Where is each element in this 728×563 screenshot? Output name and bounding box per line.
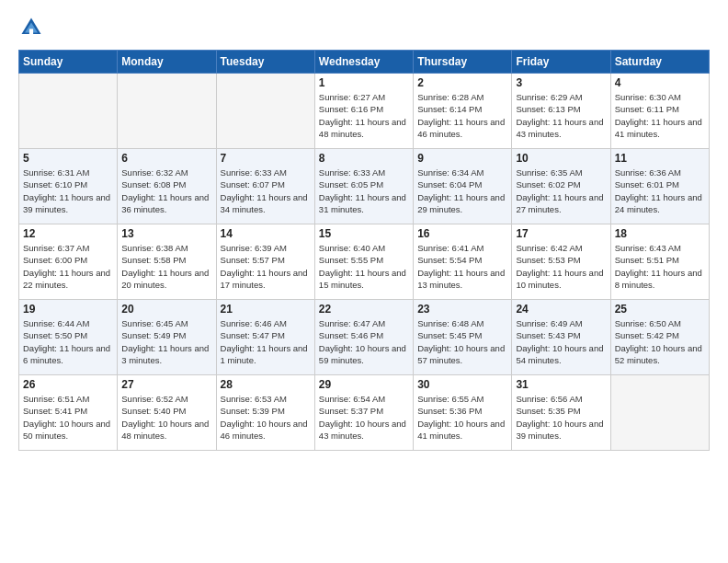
cell-info: Sunrise: 6:33 AM Sunset: 6:07 PM Dayligh… xyxy=(221,167,311,215)
calendar-cell: 15Sunrise: 6:40 AM Sunset: 5:55 PM Dayli… xyxy=(314,224,413,300)
calendar-cell: 20Sunrise: 6:45 AM Sunset: 5:49 PM Dayli… xyxy=(118,300,216,375)
day-number: 15 xyxy=(319,227,409,240)
day-number: 1 xyxy=(319,76,409,89)
cell-info: Sunrise: 6:27 AM Sunset: 6:16 PM Dayligh… xyxy=(319,91,409,140)
calendar-cell: 16Sunrise: 6:41 AM Sunset: 5:54 PM Dayli… xyxy=(414,224,512,300)
calendar-cell xyxy=(216,74,314,149)
cell-info: Sunrise: 6:35 AM Sunset: 6:02 PM Dayligh… xyxy=(516,167,606,215)
logo xyxy=(18,15,48,40)
day-number: 11 xyxy=(615,152,705,165)
cell-info: Sunrise: 6:30 AM Sunset: 6:11 PM Dayligh… xyxy=(615,91,705,140)
day-number: 27 xyxy=(121,378,211,391)
day-number: 5 xyxy=(23,152,113,165)
day-number: 30 xyxy=(417,378,507,391)
cell-info: Sunrise: 6:42 AM Sunset: 5:53 PM Dayligh… xyxy=(516,242,606,291)
calendar-cell: 11Sunrise: 6:36 AM Sunset: 6:01 PM Dayli… xyxy=(610,149,709,224)
day-number: 23 xyxy=(417,303,507,316)
day-number: 25 xyxy=(615,303,705,316)
cell-info: Sunrise: 6:33 AM Sunset: 6:05 PM Dayligh… xyxy=(319,167,409,215)
calendar-table: SundayMondayTuesdayWednesdayThursdayFrid… xyxy=(18,50,710,451)
cell-info: Sunrise: 6:40 AM Sunset: 5:55 PM Dayligh… xyxy=(319,242,409,291)
day-number: 16 xyxy=(417,227,507,240)
cell-info: Sunrise: 6:41 AM Sunset: 5:54 PM Dayligh… xyxy=(417,242,507,291)
calendar-cell: 22Sunrise: 6:47 AM Sunset: 5:46 PM Dayli… xyxy=(314,300,413,375)
calendar-cell: 7Sunrise: 6:33 AM Sunset: 6:07 PM Daylig… xyxy=(216,149,314,224)
cell-info: Sunrise: 6:54 AM Sunset: 5:37 PM Dayligh… xyxy=(319,393,409,442)
day-number: 24 xyxy=(516,303,606,316)
weekday-header-cell: Monday xyxy=(118,51,216,74)
weekday-header-cell: Friday xyxy=(512,51,610,74)
cell-info: Sunrise: 6:43 AM Sunset: 5:51 PM Dayligh… xyxy=(615,242,705,291)
day-number: 8 xyxy=(319,152,409,165)
day-number: 14 xyxy=(221,227,311,240)
day-number: 29 xyxy=(319,378,409,391)
cell-info: Sunrise: 6:55 AM Sunset: 5:36 PM Dayligh… xyxy=(417,393,507,442)
day-number: 10 xyxy=(516,152,606,165)
day-number: 13 xyxy=(121,227,211,240)
cell-info: Sunrise: 6:31 AM Sunset: 6:10 PM Dayligh… xyxy=(23,167,113,215)
svg-rect-2 xyxy=(29,29,33,34)
calendar-cell: 25Sunrise: 6:50 AM Sunset: 5:42 PM Dayli… xyxy=(610,300,709,375)
calendar-body: 1Sunrise: 6:27 AM Sunset: 6:16 PM Daylig… xyxy=(19,74,710,451)
day-number: 9 xyxy=(417,152,507,165)
day-number: 3 xyxy=(516,76,606,89)
calendar-cell: 2Sunrise: 6:28 AM Sunset: 6:14 PM Daylig… xyxy=(414,74,512,149)
cell-info: Sunrise: 6:32 AM Sunset: 6:08 PM Dayligh… xyxy=(121,167,211,215)
calendar-cell: 3Sunrise: 6:29 AM Sunset: 6:13 PM Daylig… xyxy=(512,74,610,149)
day-number: 19 xyxy=(23,303,113,316)
cell-info: Sunrise: 6:36 AM Sunset: 6:01 PM Dayligh… xyxy=(615,167,705,215)
logo-icon xyxy=(18,15,44,40)
calendar-cell xyxy=(118,74,216,149)
day-number: 7 xyxy=(221,152,311,165)
calendar-cell: 9Sunrise: 6:34 AM Sunset: 6:04 PM Daylig… xyxy=(414,149,512,224)
cell-info: Sunrise: 6:34 AM Sunset: 6:04 PM Dayligh… xyxy=(417,167,507,215)
weekday-header-cell: Sunday xyxy=(19,51,118,74)
day-number: 17 xyxy=(516,227,606,240)
calendar-cell: 30Sunrise: 6:55 AM Sunset: 5:36 PM Dayli… xyxy=(414,375,512,451)
calendar-cell: 10Sunrise: 6:35 AM Sunset: 6:02 PM Dayli… xyxy=(512,149,610,224)
calendar-cell: 24Sunrise: 6:49 AM Sunset: 5:43 PM Dayli… xyxy=(512,300,610,375)
day-number: 2 xyxy=(417,76,507,89)
calendar-cell: 18Sunrise: 6:43 AM Sunset: 5:51 PM Dayli… xyxy=(610,224,709,300)
day-number: 12 xyxy=(23,227,113,240)
calendar-cell: 5Sunrise: 6:31 AM Sunset: 6:10 PM Daylig… xyxy=(19,149,118,224)
calendar-cell: 19Sunrise: 6:44 AM Sunset: 5:50 PM Dayli… xyxy=(19,300,118,375)
cell-info: Sunrise: 6:39 AM Sunset: 5:57 PM Dayligh… xyxy=(221,242,311,291)
calendar-cell: 27Sunrise: 6:52 AM Sunset: 5:40 PM Dayli… xyxy=(118,375,216,451)
calendar-week-row: 26Sunrise: 6:51 AM Sunset: 5:41 PM Dayli… xyxy=(19,375,710,451)
weekday-header-cell: Thursday xyxy=(414,51,512,74)
cell-info: Sunrise: 6:52 AM Sunset: 5:40 PM Dayligh… xyxy=(121,393,211,442)
calendar-cell: 12Sunrise: 6:37 AM Sunset: 6:00 PM Dayli… xyxy=(19,224,118,300)
calendar-cell: 17Sunrise: 6:42 AM Sunset: 5:53 PM Dayli… xyxy=(512,224,610,300)
cell-info: Sunrise: 6:56 AM Sunset: 5:35 PM Dayligh… xyxy=(516,393,606,442)
weekday-header-row: SundayMondayTuesdayWednesdayThursdayFrid… xyxy=(19,51,710,74)
cell-info: Sunrise: 6:44 AM Sunset: 5:50 PM Dayligh… xyxy=(23,317,113,366)
weekday-header-cell: Tuesday xyxy=(216,51,314,74)
calendar-cell: 29Sunrise: 6:54 AM Sunset: 5:37 PM Dayli… xyxy=(314,375,413,451)
calendar-cell: 6Sunrise: 6:32 AM Sunset: 6:08 PM Daylig… xyxy=(118,149,216,224)
cell-info: Sunrise: 6:38 AM Sunset: 5:58 PM Dayligh… xyxy=(121,242,211,291)
calendar-cell: 13Sunrise: 6:38 AM Sunset: 5:58 PM Dayli… xyxy=(118,224,216,300)
weekday-header-cell: Saturday xyxy=(610,51,709,74)
day-number: 26 xyxy=(23,378,113,391)
day-number: 18 xyxy=(615,227,705,240)
calendar-cell: 23Sunrise: 6:48 AM Sunset: 5:45 PM Dayli… xyxy=(414,300,512,375)
cell-info: Sunrise: 6:28 AM Sunset: 6:14 PM Dayligh… xyxy=(417,91,507,140)
day-number: 4 xyxy=(615,76,705,89)
calendar-week-row: 19Sunrise: 6:44 AM Sunset: 5:50 PM Dayli… xyxy=(19,300,710,375)
calendar-cell xyxy=(610,375,709,451)
cell-info: Sunrise: 6:53 AM Sunset: 5:39 PM Dayligh… xyxy=(221,393,311,442)
cell-info: Sunrise: 6:45 AM Sunset: 5:49 PM Dayligh… xyxy=(121,317,211,366)
page-container: SundayMondayTuesdayWednesdayThursdayFrid… xyxy=(0,0,728,460)
calendar-cell xyxy=(19,74,118,149)
header xyxy=(18,15,710,40)
cell-info: Sunrise: 6:48 AM Sunset: 5:45 PM Dayligh… xyxy=(417,317,507,366)
day-number: 28 xyxy=(221,378,311,391)
calendar-cell: 26Sunrise: 6:51 AM Sunset: 5:41 PM Dayli… xyxy=(19,375,118,451)
cell-info: Sunrise: 6:47 AM Sunset: 5:46 PM Dayligh… xyxy=(319,317,409,366)
cell-info: Sunrise: 6:37 AM Sunset: 6:00 PM Dayligh… xyxy=(23,242,113,291)
calendar-cell: 4Sunrise: 6:30 AM Sunset: 6:11 PM Daylig… xyxy=(610,74,709,149)
calendar-cell: 28Sunrise: 6:53 AM Sunset: 5:39 PM Dayli… xyxy=(216,375,314,451)
weekday-header-cell: Wednesday xyxy=(314,51,413,74)
cell-info: Sunrise: 6:49 AM Sunset: 5:43 PM Dayligh… xyxy=(516,317,606,366)
